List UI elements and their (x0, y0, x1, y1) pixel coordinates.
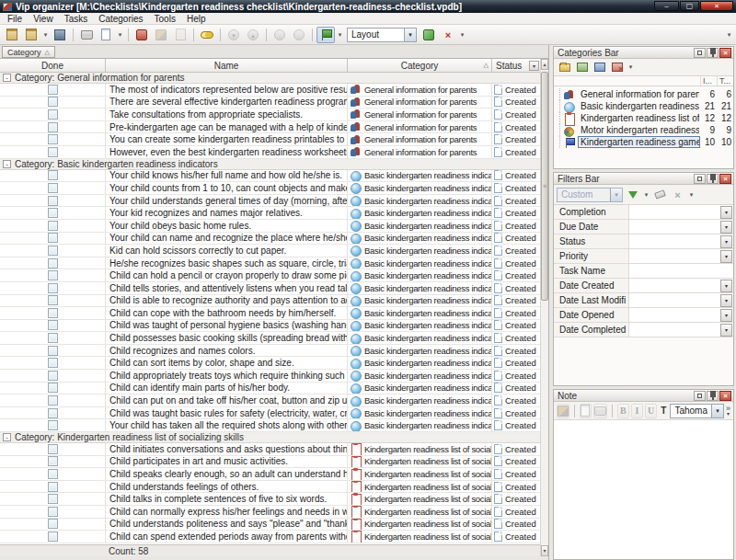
task-done-checkbox[interactable] (48, 109, 58, 120)
category-item[interactable]: Motor kindergarten readiness activities9… (554, 124, 733, 136)
expand-all-button[interactable] (270, 27, 289, 43)
filter-field-value[interactable]: ▾ (629, 249, 733, 263)
add-subcategory-button[interactable] (574, 61, 590, 74)
task-row[interactable]: Your child understands general times of … (0, 195, 540, 208)
task-done-checkbox[interactable] (48, 531, 58, 542)
group-by-category-button[interactable]: Category △ (2, 46, 55, 58)
note-pin-button[interactable] (707, 391, 719, 401)
task-done-checkbox[interactable] (48, 420, 58, 430)
category-item[interactable]: Kindergarten readiness list of socializi… (554, 112, 733, 124)
task-row[interactable]: Child can cope with the bathroom needs b… (0, 307, 540, 320)
note-underline-button[interactable]: U (645, 404, 657, 418)
filter-dropdown-button[interactable]: ▾ (720, 324, 732, 337)
category-item[interactable]: Basic kindergarten readiness indicators2… (554, 100, 733, 112)
filter-dropdown-button[interactable]: ▾ (720, 206, 732, 219)
task-row[interactable]: You can create some kindergarten readine… (0, 133, 540, 146)
task-done-checkbox[interactable] (48, 283, 58, 293)
task-row[interactable]: Child initiates conversations and asks q… (0, 443, 540, 456)
delete-category-button[interactable] (609, 61, 625, 74)
column-header-done[interactable]: Done (0, 59, 106, 72)
task-done-checkbox[interactable] (48, 395, 58, 406)
delete-filter-button[interactable]: × (670, 188, 685, 201)
apply-filter-dropdown[interactable]: ▾ (642, 187, 650, 203)
task-row[interactable]: Your child has taken all the required sh… (0, 419, 540, 432)
menu-view[interactable]: View (28, 13, 59, 25)
task-row[interactable]: Child is able to recognize authority and… (0, 295, 540, 308)
task-done-checkbox[interactable] (48, 122, 58, 132)
note-print-button[interactable] (593, 404, 607, 418)
task-done-checkbox[interactable] (48, 371, 58, 381)
new-task-button[interactable] (3, 27, 21, 43)
menu-tasks[interactable]: Tasks (59, 13, 94, 25)
collapse-group-button[interactable]: - (3, 160, 11, 168)
task-done-checkbox[interactable] (48, 494, 58, 504)
task-done-checkbox[interactable] (48, 97, 58, 107)
menu-help[interactable]: Help (181, 13, 212, 25)
notifications-dropdown[interactable]: ▾ (336, 27, 344, 43)
note-new-button[interactable] (580, 404, 592, 418)
filter-field-value[interactable]: ▾ (629, 279, 733, 292)
filter-preset-arrow[interactable]: ▾ (610, 189, 622, 201)
filter-field-value[interactable]: ▾ (629, 220, 733, 234)
category-item[interactable]: Kindergarten readiness games1010 (554, 136, 733, 148)
task-done-checkbox[interactable] (48, 346, 58, 356)
scroll-down-button[interactable]: ▾ (541, 545, 548, 556)
task-row[interactable]: Child can normally express his/her feeli… (0, 506, 540, 519)
clear-filter-button[interactable] (652, 188, 668, 201)
filter-preset-select[interactable]: Custom ▾ (557, 188, 623, 202)
task-row[interactable]: Child can sort items by color, shape and… (0, 357, 540, 370)
categories-col2-header[interactable]: T... (717, 76, 733, 86)
task-done-checkbox[interactable] (48, 408, 58, 418)
save-button[interactable] (51, 27, 69, 43)
filters-toolbar-overflow[interactable]: ▾ (687, 187, 696, 203)
note-font-arrow[interactable]: ▾ (711, 405, 723, 417)
delete-task-button[interactable] (132, 27, 151, 43)
task-done-checkbox[interactable] (48, 170, 58, 180)
task-done-checkbox[interactable] (48, 134, 58, 144)
note-restore-button[interactable] (694, 391, 706, 401)
notifications-toggle-button[interactable] (316, 27, 335, 43)
filter-dropdown-button[interactable]: ▾ (720, 250, 732, 263)
edit-category-button[interactable] (592, 61, 607, 74)
task-row[interactable]: Child tells stories, and attentively lis… (0, 282, 540, 295)
collapse-group-button[interactable]: - (3, 74, 11, 82)
task-done-checkbox[interactable] (48, 308, 58, 318)
task-row[interactable]: Child can spend extended periods away fr… (0, 531, 540, 543)
task-done-checkbox[interactable] (48, 233, 58, 243)
categories-close-button[interactable]: × (719, 48, 731, 58)
group-header-row[interactable]: -Category: Basic kindergarten readiness … (0, 159, 540, 170)
task-done-checkbox[interactable] (48, 246, 58, 256)
category-item[interactable]: General information for parents66 (554, 88, 733, 100)
minimize-button[interactable]: – (654, 1, 679, 11)
categories-pin-button[interactable] (707, 48, 719, 58)
task-row[interactable]: Child can identify main parts of his/her… (0, 383, 540, 395)
task-row[interactable]: Your kid recognizes and names major rela… (0, 207, 540, 220)
task-done-checkbox[interactable] (48, 507, 58, 517)
task-row[interactable]: Child understands feelings of others.Kin… (0, 481, 540, 494)
filter-field-value[interactable]: ▾ (629, 205, 733, 219)
apply-filter-button[interactable] (625, 188, 640, 201)
task-row[interactable]: However, even the best kindergarten read… (0, 146, 540, 159)
filters-restore-button[interactable] (694, 174, 706, 184)
task-done-checkbox[interactable] (48, 147, 58, 157)
layout-dropdown[interactable]: ▾ (458, 27, 466, 43)
column-header-status[interactable]: Status ▾ (492, 59, 540, 72)
task-row[interactable]: Child possesses basic cooking skills (sp… (0, 332, 540, 345)
new-item-button[interactable] (22, 27, 40, 43)
task-row[interactable]: Your child obeys basic home rules.Basic … (0, 220, 540, 233)
filter-field-value[interactable]: ▾ (629, 234, 733, 248)
filter-dropdown-button[interactable]: ▾ (720, 294, 732, 307)
filter-dropdown-button[interactable]: ▾ (720, 235, 732, 248)
collapse-all-button[interactable] (290, 27, 308, 43)
task-done-checkbox[interactable] (48, 270, 58, 280)
filter-field-value[interactable]: ▾ (629, 293, 733, 307)
filter-field-value[interactable] (629, 264, 733, 278)
print-preview-button[interactable] (97, 27, 115, 43)
task-done-checkbox[interactable] (48, 183, 58, 193)
task-row[interactable]: Child participates in art and music acti… (0, 456, 540, 469)
column-header-category[interactable]: Category △ (348, 59, 492, 72)
categories-restore-button[interactable] (694, 48, 706, 58)
categories-toolbar-overflow[interactable]: ▾ (627, 59, 635, 75)
note-edit-button[interactable] (557, 404, 569, 418)
task-row[interactable]: Your child counts from 1 to 10, can coun… (0, 182, 540, 195)
